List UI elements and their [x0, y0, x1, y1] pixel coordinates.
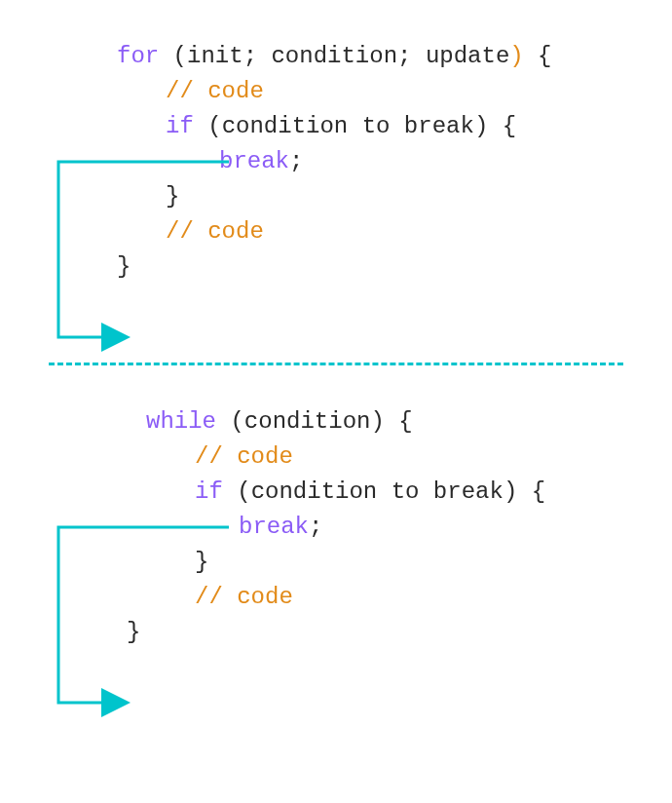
for-comment-2: // code [49, 214, 623, 249]
diagram-container: for (init; condition; update) { // code … [0, 0, 672, 738]
while-loop-block: while (condition) { // code if (conditio… [49, 404, 623, 699]
for-break-line: break; [49, 144, 623, 179]
for-if-line: if (condition to break) { [49, 109, 623, 144]
for-comment-1: // code [49, 74, 623, 109]
while-keyword: while [146, 408, 216, 435]
while-if-close: } [49, 545, 623, 580]
while-close: } [49, 615, 623, 650]
if-keyword-2: if [195, 478, 223, 505]
break-keyword: break [219, 148, 289, 174]
while-line-1: while (condition) { [49, 404, 623, 440]
break-keyword-2: break [239, 514, 309, 540]
if-keyword: if [166, 113, 194, 139]
for-keyword: for [117, 43, 159, 69]
while-if-line: if (condition to break) { [49, 475, 623, 510]
for-line-1: for (init; condition; update) { [49, 39, 623, 74]
while-comment-2: // code [49, 580, 623, 615]
for-close: } [49, 249, 623, 285]
while-break-line: break; [49, 510, 623, 545]
for-loop-block: for (init; condition; update) { // code … [49, 39, 623, 333]
section-divider [49, 363, 623, 365]
while-comment-1: // code [49, 440, 623, 475]
for-if-close: } [49, 179, 623, 214]
